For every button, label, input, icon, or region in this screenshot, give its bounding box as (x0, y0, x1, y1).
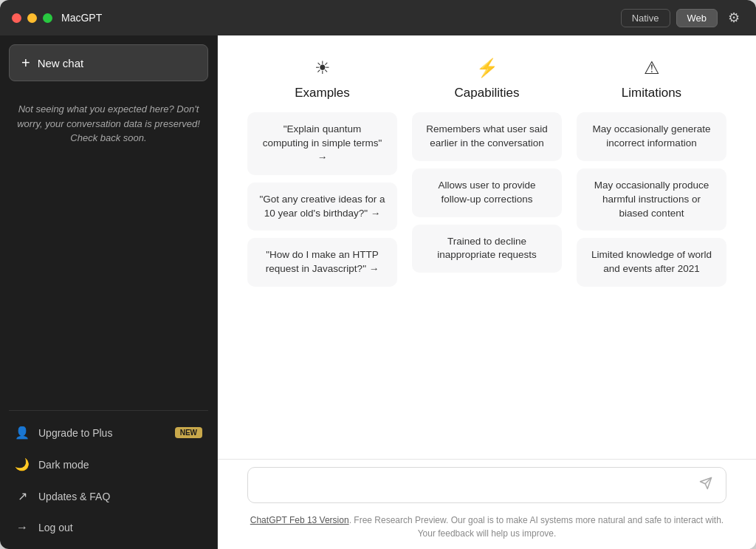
capability-card-1: Remembers what user said earlier in the … (412, 112, 562, 161)
capability-card-3: Trained to decline inappropriate request… (412, 225, 562, 273)
sidebar-item-logout[interactable]: → Log out (0, 512, 217, 543)
input-area (218, 459, 756, 508)
plus-icon: + (21, 55, 30, 70)
sidebar-footer: 👤 Upgrade to Plus NEW 🌙 Dark mode ↗ Upda… (0, 411, 217, 549)
examples-title: Examples (295, 86, 350, 100)
sun-icon: ☀ (315, 58, 331, 78)
footer-link[interactable]: ChatGPT Feb 13 Version (250, 515, 349, 525)
columns-grid: ☀ Examples "Explain quantum computing in… (247, 58, 726, 294)
new-chat-label: New chat (38, 57, 84, 69)
example-card-2[interactable]: "Got any creative ideas for a 10 year ol… (247, 183, 397, 231)
external-link-icon: ↗ (15, 489, 30, 503)
traffic-lights (12, 13, 52, 23)
new-chat-button[interactable]: + New chat (9, 44, 208, 81)
capability-card-2: Allows user to provide follow-up correct… (412, 168, 562, 217)
app-title: MacGPT (61, 12, 102, 24)
chat-area: ☀ Examples "Explain quantum computing in… (218, 35, 756, 459)
footer-text: . Free Research Preview. Our goal is to … (349, 515, 724, 539)
maximize-button[interactable] (43, 13, 52, 23)
examples-column: ☀ Examples "Explain quantum computing in… (247, 58, 397, 294)
limitations-title: Limitations (622, 86, 681, 100)
main-content: ☀ Examples "Explain quantum computing in… (218, 35, 756, 549)
minimize-button[interactable] (27, 13, 37, 23)
sidebar-item-label: Log out (38, 522, 73, 533)
main-layout: + New chat Not seeing what you expected … (0, 35, 756, 549)
limitation-card-3: Limited knowledge of world and events af… (577, 238, 726, 287)
moon-icon: 🌙 (15, 457, 30, 471)
limitation-card-2: May occasionally produce harmful instruc… (577, 168, 726, 231)
capabilities-title: Capabilities (455, 86, 520, 100)
limitations-column: ⚠ Limitations May occasionally generate … (577, 58, 726, 294)
native-tab[interactable]: Native (621, 9, 670, 27)
sidebar-item-upgrade[interactable]: 👤 Upgrade to Plus NEW (0, 417, 217, 449)
sidebar-item-label: Upgrade to Plus (38, 427, 112, 439)
send-button[interactable] (696, 475, 715, 495)
example-card-3[interactable]: "How do I make an HTTP request in Javasc… (247, 238, 397, 287)
sidebar-item-label: Updates & FAQ (38, 491, 110, 502)
sidebar: + New chat Not seeing what you expected … (0, 35, 218, 549)
web-tab[interactable]: Web (676, 9, 718, 27)
sidebar-item-updates[interactable]: ↗ Updates & FAQ (0, 480, 217, 512)
new-badge: NEW (175, 427, 202, 438)
examples-header: ☀ Examples (247, 58, 397, 100)
settings-button[interactable]: ⚙ (724, 8, 744, 27)
titlebar: MacGPT Native Web ⚙ (0, 0, 756, 35)
capabilities-column: ⚡ Capabilities Remembers what user said … (412, 58, 562, 294)
chat-input[interactable] (258, 480, 696, 491)
lightning-icon: ⚡ (476, 58, 498, 78)
warning-icon: ⚠ (644, 58, 660, 78)
example-card-1[interactable]: "Explain quantum computing in simple ter… (247, 112, 397, 175)
limitation-card-1: May occasionally generate incorrect info… (577, 112, 726, 161)
logout-icon: → (15, 521, 30, 534)
capabilities-header: ⚡ Capabilities (412, 58, 562, 100)
app-window: MacGPT Native Web ⚙ + New chat Not seein… (0, 0, 756, 549)
sidebar-spacer (0, 157, 217, 411)
user-icon: 👤 (15, 426, 30, 440)
input-box (247, 467, 726, 503)
close-button[interactable] (12, 13, 21, 23)
sidebar-item-darkmode[interactable]: 🌙 Dark mode (0, 449, 217, 480)
limitations-header: ⚠ Limitations (577, 58, 726, 100)
footer: ChatGPT Feb 13 Version. Free Research Pr… (218, 508, 756, 549)
sidebar-item-label: Dark mode (38, 459, 89, 471)
titlebar-controls: Native Web ⚙ (621, 8, 744, 27)
sidebar-notice: Not seeing what you expected here? Don't… (0, 90, 217, 157)
